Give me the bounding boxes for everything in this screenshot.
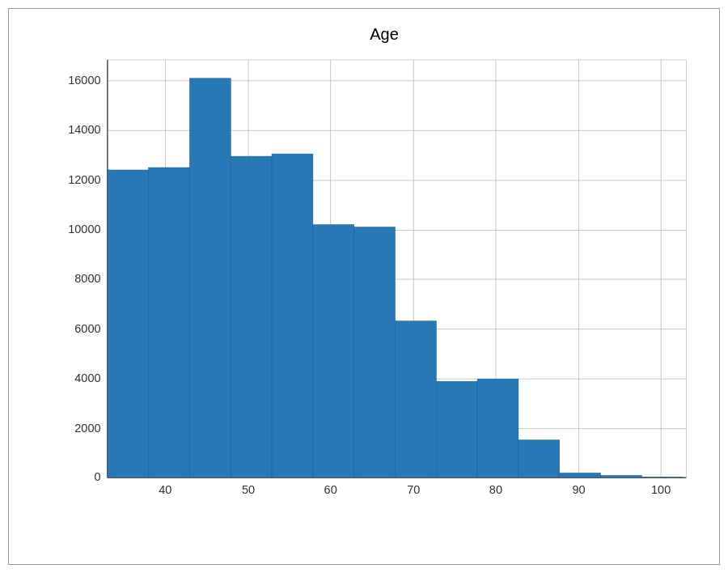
x-label-80: 80: [489, 483, 502, 496]
histogram-svg: 0 2000 4000 6000 8000 10000 12000 14000 …: [66, 52, 703, 518]
y-label-0: 0: [94, 471, 100, 484]
y-label-4000: 4000: [74, 371, 100, 384]
bar-78-83: [477, 379, 518, 478]
bar-63-68: [354, 227, 396, 478]
bar-93-98: [601, 475, 642, 478]
y-label-8000: 8000: [74, 272, 100, 285]
x-label-70: 70: [407, 483, 420, 496]
bar-43-48: [189, 79, 231, 478]
bar-38-43: [149, 168, 190, 478]
bar-83-88: [518, 440, 560, 478]
x-label-90: 90: [572, 483, 585, 496]
y-label-10000: 10000: [68, 223, 100, 236]
bar-53-58: [272, 154, 313, 478]
chart-container: Age: [8, 8, 720, 565]
chart-title: Age: [66, 25, 703, 44]
x-label-60: 60: [324, 483, 337, 496]
bar-68-73: [395, 321, 436, 478]
bar-73-78: [436, 381, 477, 478]
y-label-16000: 16000: [68, 74, 100, 87]
chart-area: 0 2000 4000 6000 8000 10000 12000 14000 …: [66, 52, 703, 518]
y-label-14000: 14000: [68, 124, 100, 137]
y-label-2000: 2000: [74, 422, 100, 435]
bar-58-63: [313, 225, 354, 478]
x-label-50: 50: [242, 483, 255, 496]
bar-88-93: [560, 473, 601, 478]
y-label-6000: 6000: [74, 322, 100, 335]
bar-48-53: [231, 156, 272, 478]
x-label-100: 100: [651, 483, 671, 496]
y-label-12000: 12000: [68, 173, 100, 186]
x-label-40: 40: [159, 483, 171, 496]
bar-33-38: [108, 170, 149, 478]
